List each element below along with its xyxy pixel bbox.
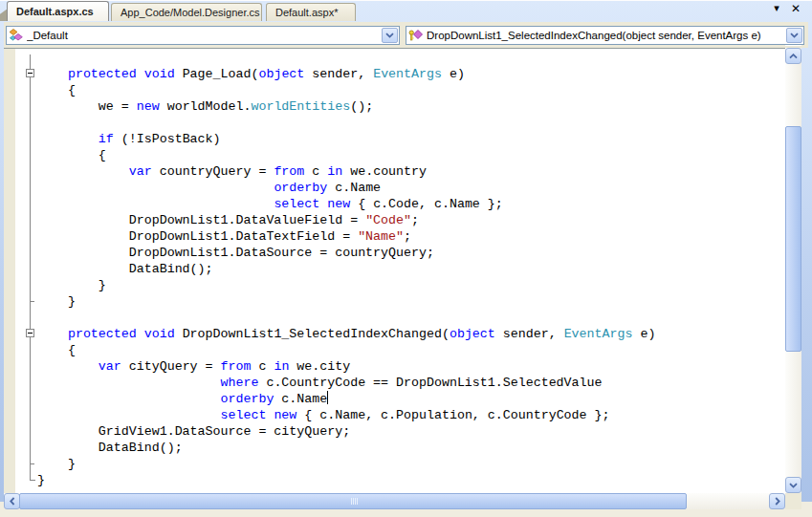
outline-end-tick: [30, 463, 34, 464]
scroll-right-button[interactable]: [769, 493, 785, 509]
code-line: }: [37, 293, 655, 310]
code-line: DropDownList1.DataSource = countryQuery;: [37, 245, 655, 261]
code-editor[interactable]: protected void Page_Load(object sender, …: [4, 48, 785, 493]
code-line: var countryQuery = from c in we.country: [37, 163, 655, 180]
code-line: {: [37, 342, 655, 358]
code-line: }: [37, 277, 655, 293]
code-text: protected void Page_Load(object sender, …: [37, 66, 655, 488]
code-line: protected void DropDownList1_SelectedInd…: [37, 326, 655, 342]
chevron-down-icon[interactable]: [382, 28, 398, 43]
code-line: var cityQuery = from c in we.city: [37, 358, 655, 375]
code-line: if (!IsPostBack): [37, 131, 655, 147]
scroll-left-button[interactable]: [4, 493, 20, 509]
class-icon: [9, 29, 24, 42]
tab-app-code-model-designer-cs[interactable]: App_Code/Model.Designer.cs: [111, 3, 262, 21]
code-line: orderby c.Name: [37, 391, 655, 407]
document-list-button[interactable]: ▾: [769, 1, 784, 15]
code-line: }: [37, 472, 655, 488]
tab-default-aspx[interactable]: Default.aspx*: [266, 3, 356, 21]
outline-guide-line: [30, 78, 31, 301]
vertical-scrollbar[interactable]: [785, 48, 801, 493]
code-line: }: [37, 456, 655, 472]
document-tab-strip: Default.aspx.csApp_Code/Model.Designer.c…: [0, 0, 812, 21]
vertical-scroll-thumb[interactable]: [785, 126, 801, 352]
chevron-down-icon[interactable]: [786, 28, 802, 43]
code-line: DataBind();: [37, 440, 655, 456]
code-line: DataBind();: [37, 261, 655, 277]
tab-default-aspx-cs[interactable]: Default.aspx.cs: [7, 1, 109, 21]
members-dropdown-value: DropDownList1_SelectedIndexChanged(objec…: [427, 30, 803, 41]
scrollbar-corner: [785, 493, 801, 509]
code-line: DropDownList1.DataValueField = "Code";: [37, 212, 655, 228]
code-line: GridView1.DataSource = cityQuery;: [37, 423, 655, 440]
horizontal-scrollbar[interactable]: [4, 493, 785, 509]
code-line: DropDownList1.DataTextField = "Name";: [37, 228, 655, 245]
text-caret: [327, 391, 328, 404]
close-button[interactable]: ✕: [788, 1, 803, 15]
types-dropdown-value: _Default: [27, 30, 399, 41]
code-line: [37, 310, 655, 326]
outline-end-tick: [30, 301, 34, 302]
code-line: {: [37, 82, 655, 98]
thumb-grip: [351, 498, 358, 505]
outline-guide-line: [30, 338, 31, 463]
outline-corner-tick: [30, 480, 35, 481]
types-dropdown[interactable]: _Default: [6, 26, 400, 45]
horizontal-scroll-thumb[interactable]: [19, 493, 687, 509]
members-dropdown[interactable]: DropDownList1_SelectedIndexChanged(objec…: [406, 26, 804, 45]
code-line: select new { c.Code, c.Name };: [37, 196, 655, 212]
scroll-down-button[interactable]: [785, 477, 801, 493]
scroll-up-button[interactable]: [785, 48, 801, 64]
code-line: select new { c.Name, c.Population, c.Cou…: [37, 407, 655, 423]
indicator-margin: [4, 49, 16, 493]
code-editor-window: Default.aspx.csApp_Code/Model.Designer.c…: [0, 0, 812, 517]
navigation-bar: _Default DropDownList1_SelectedIndexChan…: [4, 22, 808, 48]
code-line: {: [37, 147, 655, 163]
code-line: we = new worldModel.worldEntities();: [37, 98, 655, 115]
code-line: orderby c.Name: [37, 180, 655, 196]
code-line: [37, 115, 655, 131]
collapse-minus-box[interactable]: [26, 329, 34, 337]
collapse-minus-box[interactable]: [26, 69, 34, 77]
code-line: where c.CountryCode == DropDownList1.Sel…: [37, 375, 655, 391]
code-line: protected void Page_Load(object sender, …: [37, 66, 655, 82]
method-icon: [408, 29, 424, 42]
